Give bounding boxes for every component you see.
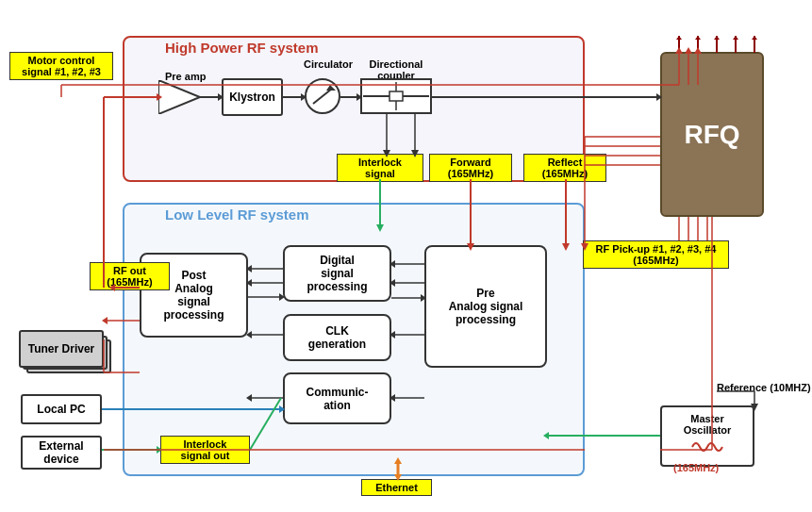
interlock-signal-label: Interlock signal: [337, 154, 423, 182]
svg-marker-78: [102, 317, 108, 324]
circulator-circle: [305, 78, 340, 114]
dir-coupler-box: [360, 78, 432, 114]
pre-analog-box: Pre Analog signal processing: [424, 245, 547, 368]
klystron-box: Klystron: [222, 78, 283, 116]
svg-marker-0: [158, 80, 200, 114]
forward-label: Forward (165MHz): [429, 154, 512, 182]
reflect-label: Reflect (165MHz): [523, 154, 606, 182]
local-pc-box: Local PC: [21, 394, 102, 424]
svg-marker-8: [676, 36, 682, 40]
low-level-label: Low Level RF system: [165, 206, 309, 223]
rfq-box: RFQ: [660, 52, 764, 217]
external-device-box: External device: [21, 436, 102, 470]
circulator-label: Circulator: [304, 58, 353, 70]
tuner-driver-box: Tuner Driver: [19, 330, 104, 368]
master-osc-freq-label: (165MHz): [673, 462, 719, 473]
coupler-symbol: [363, 82, 429, 110]
oscillator-symbol: [688, 438, 726, 456]
svg-marker-10: [695, 36, 701, 40]
diagram: High Power RF system Low Level RF system…: [0, 0, 812, 512]
interlock-out-label: Interlock signal out: [160, 436, 250, 464]
svg-rect-4: [389, 91, 403, 101]
rfq-vanes: [660, 36, 764, 55]
svg-marker-12: [714, 36, 720, 40]
communication-box: Communic- ation: [283, 372, 391, 424]
svg-marker-16: [752, 36, 757, 40]
digital-signal-box: Digital signal processing: [283, 245, 391, 302]
ethernet-label: Ethernet: [361, 479, 432, 496]
rf-out-label: RF out (165MHz): [90, 262, 170, 290]
clk-gen-box: CLK generation: [283, 314, 391, 361]
reference-label: Reference (10MHZ): [717, 382, 811, 393]
svg-marker-14: [733, 36, 738, 40]
master-oscillator-box: Master Oscillator: [660, 405, 754, 467]
high-power-label: High Power RF system: [165, 40, 319, 56]
svg-marker-1: [326, 85, 336, 91]
pre-amp-triangle: [158, 80, 206, 114]
rf-pickup-label: RF Pick-up #1, #2, #3, #4 (165MHz): [583, 240, 729, 269]
circulator-icon: [307, 81, 338, 111]
motor-control-label: Motor control signal #1, #2, #3: [9, 52, 113, 80]
